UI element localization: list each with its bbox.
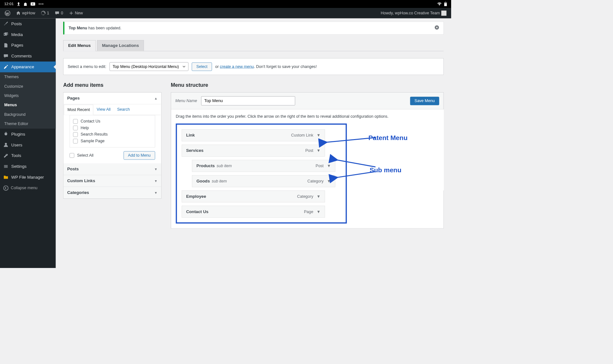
menu-name-label: Menu Name: [175, 99, 197, 103]
updates-link[interactable]: 1: [39, 11, 51, 16]
tab-edit-menus[interactable]: Edit Menus: [63, 40, 96, 51]
menu-item-sub[interactable]: Productssub itemPost▼: [192, 160, 335, 172]
dismiss-notice-button[interactable]: [435, 25, 439, 31]
annotation-highlight: LinkCustom Link▼ ServicesPost▼ Productss…: [176, 123, 347, 224]
sidebar-item-settings[interactable]: Settings: [0, 161, 56, 172]
pages-subtabs: Most Recent View All Search: [64, 105, 161, 115]
sidebar-item-pages[interactable]: Pages: [0, 40, 56, 51]
menu-item-sub[interactable]: Goodssub itemCategory▼: [192, 175, 335, 187]
more-icon: •••: [39, 2, 44, 6]
howdy[interactable]: Howdy, wpHow.co Creative Team: [379, 11, 449, 16]
main-content: Top Menu has been updated. Edit Menus Ma…: [56, 18, 451, 268]
upload-icon: [17, 2, 20, 6]
wifi-icon: [437, 2, 442, 6]
structure-hint: Drag the items into the order you prefer…: [176, 114, 439, 119]
notice-text: has been updated.: [87, 26, 121, 30]
menu-item[interactable]: LinkCustom Link▼: [182, 130, 325, 142]
chevron-down-icon: ▼: [317, 209, 321, 214]
wp-admin-bar: wpHow 1 0 New Howdy, wpHow.co Creative T…: [0, 8, 451, 18]
caret-down-icon: ▼: [154, 179, 157, 183]
new-link[interactable]: New: [67, 11, 85, 16]
status-time: 12:01: [4, 2, 13, 6]
acc-links-head[interactable]: Custom Links▼: [64, 175, 161, 187]
subtab-search[interactable]: Search: [114, 105, 133, 115]
avatar: [441, 11, 446, 16]
menu-item[interactable]: Contact UsPage▼: [182, 206, 325, 218]
tab-manage-locations[interactable]: Manage Locations: [97, 40, 144, 51]
svg-rect-3: [444, 3, 447, 6]
acc-posts-head[interactable]: Posts▼: [64, 163, 161, 175]
caret-down-icon: ▼: [154, 191, 157, 195]
admin-sidebar: Posts Media Pages Comments Appearance Th…: [0, 18, 56, 268]
chevron-down-icon: ▼: [317, 194, 321, 199]
sidebar-item-plugins[interactable]: Plugins: [0, 129, 56, 139]
youtube-icon: [31, 2, 35, 5]
structure-heading: Menu structure: [171, 82, 443, 88]
collapse-menu[interactable]: Collapse menu: [0, 183, 56, 194]
save-menu-button[interactable]: Save Menu: [410, 97, 439, 105]
site-link[interactable]: wpHow: [14, 11, 37, 16]
submenu-customize[interactable]: Customize: [0, 82, 56, 91]
menu-select[interactable]: Top Menu (Desktop Horizontal Menu): [110, 62, 188, 71]
create-menu-link[interactable]: create a new menu: [220, 64, 254, 69]
acc-pages-head[interactable]: Pages▲: [64, 93, 161, 104]
submenu-menus[interactable]: Menus: [0, 100, 56, 110]
sidebar-item-media[interactable]: Media: [0, 29, 56, 40]
menu-item[interactable]: EmployeeCategory▼: [182, 190, 325, 203]
sidebar-item-users[interactable]: Users: [0, 139, 56, 150]
submenu-theme-editor[interactable]: Theme Editor: [0, 119, 56, 129]
chevron-down-icon: ▼: [317, 148, 321, 153]
chevron-down-icon: ▼: [327, 164, 331, 168]
svg-point-6: [4, 186, 8, 190]
select-label: Select a menu to edit:: [68, 64, 106, 69]
chevron-down-icon: ▼: [327, 179, 331, 183]
acc-cats-head[interactable]: Categories▼: [64, 187, 161, 198]
shopping-bag-icon: [24, 2, 27, 6]
sidebar-item-tools[interactable]: Tools: [0, 150, 56, 161]
page-checkbox[interactable]: Sample Page: [73, 138, 152, 145]
sidebar-item-posts[interactable]: Posts: [0, 18, 56, 29]
add-to-menu-button[interactable]: Add to Menu: [124, 151, 155, 160]
chevron-down-icon: ▼: [317, 133, 321, 138]
sidebar-item-comments[interactable]: Comments: [0, 51, 56, 62]
sidebar-item-filemanager[interactable]: WP File Manager: [0, 172, 56, 183]
android-status-bar: 12:01 •••: [0, 0, 451, 8]
menu-name-input[interactable]: [201, 96, 295, 106]
sidebar-item-appearance[interactable]: Appearance: [0, 62, 56, 72]
page-checkbox[interactable]: Contact Us: [73, 118, 152, 125]
wp-logo[interactable]: [3, 10, 12, 16]
select-button[interactable]: Select: [192, 62, 212, 71]
add-items-accordion: Pages▲ Most Recent View All Search Conta…: [63, 92, 162, 198]
subtab-recent[interactable]: Most Recent: [64, 105, 93, 115]
caret-up-icon: ▲: [154, 96, 157, 100]
caret-down-icon: ▼: [154, 167, 157, 171]
svg-point-5: [5, 143, 7, 145]
notice-strong: Top Menu: [69, 26, 87, 30]
svg-text:Sub menu: Sub menu: [370, 166, 402, 174]
appearance-submenu: Themes Customize Widgets Menus Backgroun…: [0, 72, 56, 129]
submenu-background[interactable]: Background: [0, 110, 56, 119]
success-notice: Top Menu has been updated.: [63, 22, 444, 34]
battery-icon: [444, 2, 447, 6]
comments-link[interactable]: 0: [53, 11, 65, 16]
add-items-heading: Add menu items: [63, 82, 162, 88]
page-checkbox[interactable]: Search Results: [73, 131, 152, 138]
svg-text:Patent Menu: Patent Menu: [368, 134, 407, 141]
pages-checklist: Contact Us Help Search Results Sample Pa…: [70, 115, 155, 148]
menu-item[interactable]: ServicesPost▼: [182, 145, 325, 157]
page-checkbox[interactable]: Help: [73, 125, 152, 131]
submenu-themes[interactable]: Themes: [0, 72, 56, 82]
nav-tabs: Edit Menus Manage Locations: [63, 40, 444, 51]
subtab-viewall[interactable]: View All: [94, 105, 114, 115]
menu-select-bar: Select a menu to edit: Top Menu (Desktop…: [63, 58, 444, 75]
select-all-checkbox[interactable]: Select All: [70, 153, 94, 158]
select-or-text: or create a new menu. Don't forget to sa…: [215, 64, 317, 69]
menu-structure-panel: Menu Name Save Menu Drag the items into …: [171, 92, 443, 228]
submenu-widgets[interactable]: Widgets: [0, 91, 56, 100]
